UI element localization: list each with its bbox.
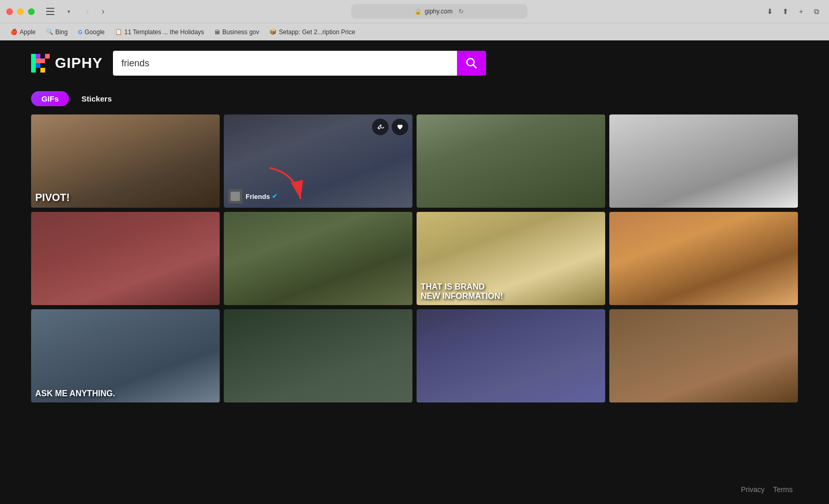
window: ▾ ‹ › 🔒 giphy.com ↻ ⬇ ⬆ + ⧉ 🍎 Apple 🔍 Bi… xyxy=(0,0,829,504)
bookmark-google-label: Google xyxy=(84,28,105,36)
svg-rect-7 xyxy=(40,68,45,73)
lock-icon: 🔒 xyxy=(414,8,422,15)
bookmarks-bar: 🍎 Apple 🔍 Bing G Google 📋 11 Templates .… xyxy=(0,23,829,40)
maximize-button[interactable] xyxy=(28,8,35,15)
list-item[interactable] xyxy=(609,212,798,305)
refresh-icon[interactable]: ↻ xyxy=(459,8,464,15)
url-text: giphy.com xyxy=(425,8,453,15)
bookmark-apple-label: Apple xyxy=(20,28,36,36)
terms-link[interactable]: Terms xyxy=(773,485,793,494)
list-item[interactable] xyxy=(609,114,798,208)
gif-caption: ASK ME ANYTHING. xyxy=(35,389,115,398)
gif-overlay-icons xyxy=(372,119,408,135)
setapp-favicon: 📦 xyxy=(269,28,277,35)
list-item[interactable]: ASK ME ANYTHING. xyxy=(31,309,220,402)
templates-favicon: 📋 xyxy=(115,28,122,35)
giphy-logo-text: GIPHY xyxy=(55,55,103,71)
gif-caption: THAT IS BRANDNEW INFORMATION! xyxy=(421,282,503,301)
svg-rect-0 xyxy=(46,8,54,9)
privacy-link[interactable]: Privacy xyxy=(741,485,765,494)
svg-rect-1 xyxy=(46,11,54,12)
search-container xyxy=(113,51,486,76)
svg-rect-3 xyxy=(31,54,36,73)
svg-rect-8 xyxy=(45,54,50,59)
gif-caption: PIVOT! xyxy=(35,192,70,204)
chevron-down-icon[interactable]: ▾ xyxy=(62,6,76,17)
address-bar-container: 🔒 giphy.com ↻ xyxy=(119,4,760,19)
giphy-logo-icon xyxy=(31,54,50,73)
nav-buttons: ‹ › xyxy=(80,5,110,18)
bookmark-templates[interactable]: 📋 11 Templates ... the Holidays xyxy=(111,27,208,37)
svg-rect-4 xyxy=(36,54,40,59)
forward-button[interactable]: › xyxy=(96,5,110,18)
tab-stickers[interactable]: Stickers xyxy=(71,91,122,106)
minimize-button[interactable] xyxy=(17,8,24,15)
gif-source: Friends ✔ xyxy=(228,189,277,204)
gif-grid: PIVOT! xyxy=(0,114,829,402)
list-item[interactable] xyxy=(31,212,220,305)
sidebar-toggle-icon[interactable] xyxy=(43,6,58,17)
title-bar-right: ⬇ ⬆ + ⧉ xyxy=(764,5,823,18)
source-name: Friends ✔ xyxy=(246,193,277,200)
browser-content[interactable]: GIPHY GIFs St xyxy=(0,40,829,504)
address-bar[interactable]: 🔒 giphy.com ↻ xyxy=(351,4,527,19)
apple-favicon: 🍎 xyxy=(10,28,18,35)
svg-rect-12 xyxy=(231,192,240,201)
title-bar: ▾ ‹ › 🔒 giphy.com ↻ ⬇ ⬆ + ⧉ xyxy=(0,0,829,23)
svg-rect-2 xyxy=(46,14,54,15)
tab-gifs[interactable]: GIFs xyxy=(31,91,69,106)
search-icon xyxy=(466,57,477,69)
list-item[interactable]: Friends ✔ xyxy=(224,114,412,208)
bookmark-business-label: Business gov xyxy=(222,28,259,36)
business-favicon: 🏛 xyxy=(215,29,220,35)
bookmark-templates-label: 11 Templates ... the Holidays xyxy=(124,28,204,36)
windows-icon[interactable]: ⧉ xyxy=(810,5,823,18)
new-tab-icon[interactable]: + xyxy=(795,5,807,18)
bookmark-bing[interactable]: 🔍 Bing xyxy=(42,27,72,37)
list-item[interactable] xyxy=(224,309,412,402)
bookmark-business[interactable]: 🏛 Business gov xyxy=(210,27,263,37)
list-item[interactable] xyxy=(224,212,412,305)
giphy-page: GIPHY GIFs St xyxy=(0,40,829,504)
list-item[interactable] xyxy=(417,114,605,208)
download-icon[interactable]: ⬇ xyxy=(764,5,776,18)
share-icon[interactable]: ⬆ xyxy=(779,5,792,18)
favorite-icon[interactable] xyxy=(392,119,408,135)
copy-link-icon[interactable] xyxy=(372,119,389,135)
verified-badge: ✔ xyxy=(272,193,277,200)
bookmark-setapp-label: Setapp: Get 2...ription Price xyxy=(279,28,355,36)
bing-favicon: 🔍 xyxy=(46,28,53,35)
giphy-header: GIPHY xyxy=(0,40,829,86)
svg-rect-6 xyxy=(36,63,40,68)
bookmark-bing-label: Bing xyxy=(55,28,68,36)
search-input[interactable] xyxy=(113,51,457,76)
close-button[interactable] xyxy=(6,8,13,15)
list-item[interactable] xyxy=(609,309,798,402)
page-footer: Privacy Terms xyxy=(741,485,793,494)
bookmark-setapp[interactable]: 📦 Setapp: Get 2...ription Price xyxy=(265,27,359,37)
bookmark-google[interactable]: G Google xyxy=(74,27,109,37)
list-item[interactable]: PIVOT! xyxy=(31,114,220,208)
list-item[interactable]: THAT IS BRANDNEW INFORMATION! xyxy=(417,212,605,305)
filter-tabs: GIFs Stickers xyxy=(0,86,829,114)
svg-line-10 xyxy=(473,65,476,68)
google-favicon: G xyxy=(78,29,83,35)
search-button[interactable] xyxy=(457,51,486,76)
bookmark-apple[interactable]: 🍎 Apple xyxy=(6,27,40,37)
giphy-logo[interactable]: GIPHY xyxy=(31,54,103,73)
giphy-main: GIFs Stickers xyxy=(0,86,829,402)
traffic-lights xyxy=(6,8,35,15)
list-item[interactable] xyxy=(417,309,605,402)
back-button[interactable]: ‹ xyxy=(80,5,95,18)
source-avatar xyxy=(228,189,242,204)
svg-rect-5 xyxy=(36,59,45,63)
